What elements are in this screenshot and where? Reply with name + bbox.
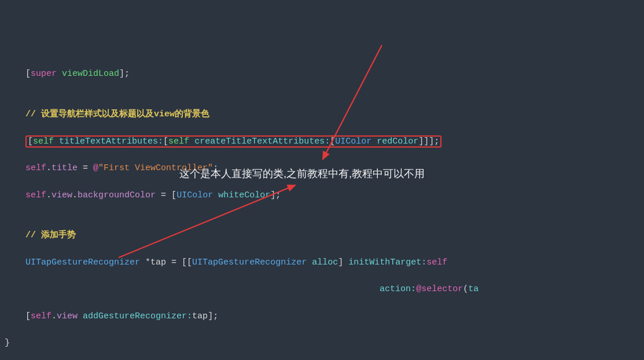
code-line: [super viewDidLoad]; <box>5 67 639 80</box>
code-line: } <box>5 336 639 350</box>
code-line: action:@selector(ta <box>5 282 639 296</box>
code-line: self.view.backgroundColor = [UIColor whi… <box>5 189 639 202</box>
code-line: UITapGestureRecognizer *tap = [[UITapGes… <box>5 256 639 269</box>
code-line: [self.view addGestureRecognizer:tap]; <box>5 310 639 323</box>
code-line: // 设置导航栏样式以及标题以及view的背景色 <box>5 108 639 121</box>
code-line: [self titleTextAttributes:[self createTi… <box>5 135 639 148</box>
highlight-box-1: [self titleTextAttributes:[self createTi… <box>25 135 441 148</box>
code-block: [super viewDidLoad]; // 设置导航栏样式以及标题以及vie… <box>5 54 639 360</box>
annotation-text: 这个是本人直接写的类,之前教程中有,教程中可以不用 <box>179 166 425 182</box>
code-line: // 添加手势 <box>5 229 639 242</box>
